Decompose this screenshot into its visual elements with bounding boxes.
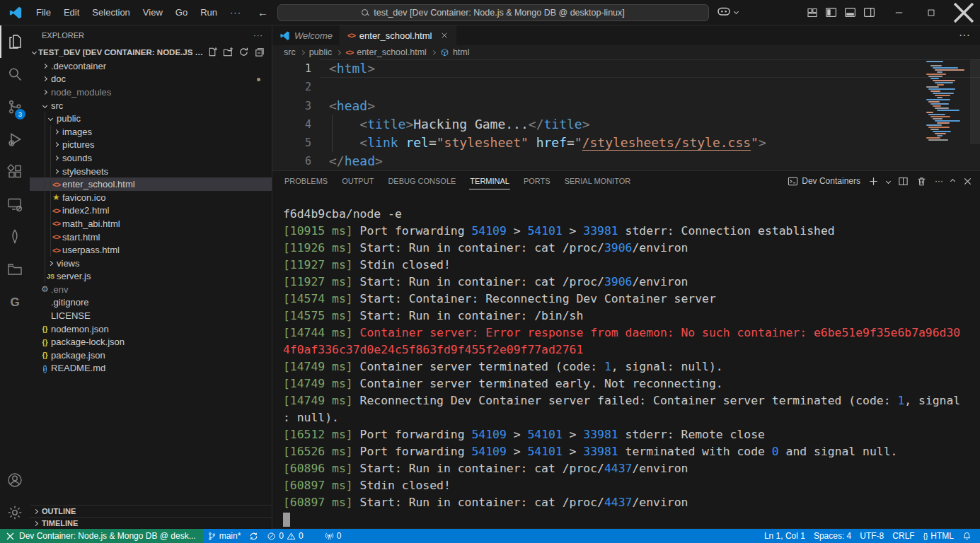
code-line-2[interactable]: 2 <box>272 78 980 96</box>
menu-file[interactable]: File <box>30 4 57 21</box>
kill-terminal-icon[interactable] <box>916 176 927 187</box>
file-row-views[interactable]: views <box>30 257 272 270</box>
maximize-panel-icon[interactable] <box>950 178 955 183</box>
nav-back-icon[interactable]: ← <box>258 6 268 18</box>
cursor-position-item[interactable]: Ln 1, Col 1 <box>760 529 809 543</box>
toggle-panel-icon[interactable] <box>844 6 856 18</box>
file-row-package-lock-json[interactable]: {}package-lock.json <box>30 335 272 349</box>
code-line-1[interactable]: 1<html> <box>272 59 980 78</box>
file-row-nodemon-json[interactable]: {}nodemon.json <box>30 322 272 336</box>
file-row-images[interactable]: images <box>30 125 272 139</box>
file-row-start-html[interactable]: <>start.html <box>30 230 272 244</box>
sync-changes-button[interactable] <box>245 529 263 543</box>
customize-layout-icon[interactable] <box>807 7 818 18</box>
file-row-math-abi-html[interactable]: <>math_abi.html <box>30 217 272 230</box>
file-row-public[interactable]: public <box>30 112 272 125</box>
activity-search[interactable] <box>0 58 30 90</box>
menu-edit[interactable]: Edit <box>57 4 86 21</box>
activity-source-control[interactable]: 3 <box>0 90 30 123</box>
activity-containers[interactable] <box>0 253 30 286</box>
window-close-button[interactable] <box>947 0 980 25</box>
file-row-readme-md[interactable]: iREADME.md <box>30 362 272 375</box>
indentation-item[interactable]: Spaces: 4 <box>809 529 855 543</box>
problems-item[interactable]: 0 0 <box>263 529 307 543</box>
command-center-search[interactable]: test_dev [Dev Container: Node.js & Mongo… <box>277 4 709 21</box>
file-row-package-json[interactable]: {}package.json <box>30 349 272 362</box>
new-file-icon[interactable] <box>207 47 218 57</box>
eol-item[interactable]: CRLF <box>888 529 918 543</box>
menu-selection[interactable]: Selection <box>86 4 136 21</box>
activity-gitlens[interactable]: G <box>0 286 30 318</box>
minimap-slider[interactable] <box>970 59 980 144</box>
window-minimize-button[interactable] <box>882 0 915 25</box>
file-row-node-modules[interactable]: node_modules <box>30 86 272 99</box>
panel-more-actions-icon[interactable]: ··· <box>935 176 943 186</box>
code-line-6[interactable]: 6</head> <box>272 152 980 170</box>
activity-extensions[interactable] <box>0 156 30 188</box>
activity-explorer[interactable] <box>0 25 30 58</box>
language-mode-item[interactable]: {} HTML <box>919 529 958 543</box>
git-branch-item[interactable]: main* <box>203 529 246 543</box>
collapse-folders-icon[interactable] <box>254 47 265 57</box>
file-row-userpass-html[interactable]: <>userpass.html <box>30 243 272 257</box>
panel-tab-terminal[interactable]: TERMINAL <box>469 173 510 189</box>
tab-welcome[interactable]: Welcome <box>272 25 340 45</box>
file-row-pictures[interactable]: pictures <box>30 139 272 152</box>
file-row-devcontainer[interactable]: .devcontainer <box>30 59 272 73</box>
close-panel-icon[interactable] <box>962 176 973 187</box>
tab-enter-school-html[interactable]: <> enter_school.html <box>340 25 456 45</box>
terminal-shell-picker[interactable]: Dev Containers <box>788 176 860 187</box>
editor-more-actions-icon[interactable]: ··· <box>959 29 970 42</box>
code-line-5[interactable]: 5 <link rel="stylesheet" href="/styleshe… <box>272 134 980 152</box>
file-row-favicon-ico[interactable]: ★favicon.ico <box>30 191 272 204</box>
breadcrumb-html[interactable]: html <box>440 47 470 57</box>
outline-section-header[interactable]: OUTLINE <box>30 505 272 517</box>
menu-view[interactable]: View <box>137 4 169 21</box>
encoding-item[interactable]: UTF-8 <box>855 529 888 543</box>
split-terminal-icon[interactable] <box>898 176 909 187</box>
remote-indicator[interactable]: Dev Container: Node.js & Mongo DB @ desk… <box>0 529 203 543</box>
file-row-sounds[interactable]: sounds <box>30 151 272 165</box>
file-row-env[interactable]: ⚙.env <box>30 283 272 296</box>
window-maximize-button[interactable] <box>915 0 947 25</box>
menu-run[interactable]: Run <box>194 4 224 21</box>
panel-tab-ports[interactable]: PORTS <box>523 173 551 189</box>
code-line-4[interactable]: 4 <title>Hacking Game...</title> <box>272 115 980 134</box>
panel-tab-problems[interactable]: PROBLEMS <box>284 173 328 189</box>
panel-tab-serial-monitor[interactable]: SERIAL MONITOR <box>564 173 632 189</box>
menu-more-button[interactable]: ··· <box>224 4 248 21</box>
code-line-3[interactable]: 3<head> <box>272 97 980 115</box>
activity-remote-explorer[interactable] <box>0 188 30 221</box>
workspace-root-row[interactable]: TEST_DEV [DEV CONTAINER: NODE.JS & MONGO… <box>30 45 272 59</box>
toggle-sidebar-icon[interactable] <box>825 6 837 18</box>
breadcrumb-public[interactable]: public <box>309 47 333 57</box>
file-row-doc[interactable]: doc <box>30 73 272 86</box>
file-row-gitignore[interactable]: .gitignore <box>30 296 272 310</box>
file-row-src[interactable]: src <box>30 99 272 112</box>
activity-account[interactable] <box>0 464 30 496</box>
sidebar-more-button[interactable]: ··· <box>253 31 263 40</box>
breadcrumb-src[interactable]: src <box>284 47 296 57</box>
forwarded-ports-item[interactable]: 0 <box>321 529 346 543</box>
file-row-index2-html[interactable]: <>index2.html <box>30 204 272 218</box>
file-row-stylesheets[interactable]: stylesheets <box>30 165 272 178</box>
panel-tab-output[interactable]: OUTPUT <box>341 173 374 189</box>
file-row-server-js[interactable]: JSserver.js <box>30 270 272 284</box>
file-row-enter-school-html[interactable]: <>enter_school.html <box>30 177 272 191</box>
activity-mongodb[interactable] <box>0 221 30 253</box>
activity-run-debug[interactable] <box>0 123 30 156</box>
refresh-explorer-icon[interactable] <box>238 47 249 57</box>
notifications-bell[interactable] <box>958 529 980 543</box>
breadcrumb-enter-school-html[interactable]: <>enter_school.html <box>345 47 427 57</box>
minimap[interactable] <box>926 61 970 141</box>
copilot-menu[interactable] <box>717 6 738 17</box>
terminal-dropdown-icon[interactable] <box>886 178 891 183</box>
code-editor[interactable]: 1<html>23<head>4 <title>Hacking Game...<… <box>272 59 980 170</box>
file-row-license[interactable]: LICENSE <box>30 309 272 322</box>
new-folder-icon[interactable] <box>223 47 234 57</box>
timeline-section-header[interactable]: TIMELINE <box>30 517 272 529</box>
panel-tab-debug-console[interactable]: DEBUG CONSOLE <box>387 173 456 189</box>
new-terminal-icon[interactable] <box>868 176 879 187</box>
tab-close-icon[interactable] <box>440 31 449 40</box>
terminal-output[interactable]: f6d4b9cba/node -e[10915 ms] Port forward… <box>272 191 980 528</box>
